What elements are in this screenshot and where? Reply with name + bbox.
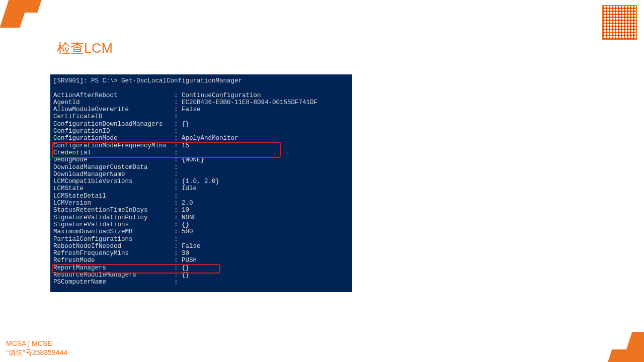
footer-line-1: MCSA | MCSE xyxy=(6,339,67,348)
qr-code-icon xyxy=(602,5,637,40)
terminal-blank-line xyxy=(53,84,349,92)
powershell-terminal: [SRV001]: PS C:\> Get-DscLocalConfigurat… xyxy=(50,74,352,292)
terminal-output: ActionAfterReboot : ContinueConfiguratio… xyxy=(53,92,349,286)
corner-decoration-bottom-right xyxy=(553,332,644,362)
footer-line-2: "填坑"号258359444 xyxy=(6,348,67,357)
corner-decoration-top-left xyxy=(0,0,55,35)
slide-footer: MCSA | MCSE "填坑"号258359444 xyxy=(6,339,67,357)
slide-title: 检查LCM xyxy=(57,39,113,57)
terminal-prompt: [SRV001]: PS C:\> Get-DscLocalConfigurat… xyxy=(53,77,349,84)
